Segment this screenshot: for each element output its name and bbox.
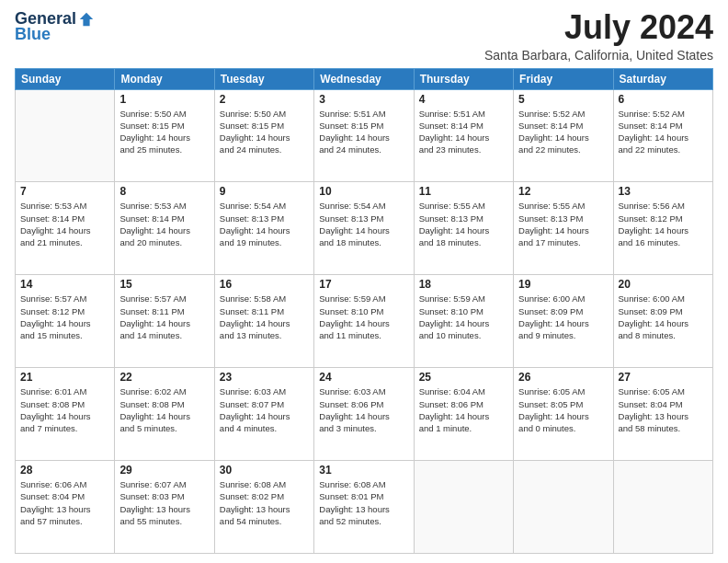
day-info: Sunrise: 5:54 AM Sunset: 8:13 PM Dayligh… — [319, 200, 408, 248]
table-row: 24Sunrise: 6:03 AM Sunset: 8:06 PM Dayli… — [314, 368, 414, 461]
col-friday: Friday — [514, 68, 613, 89]
day-info: Sunrise: 5:59 AM Sunset: 8:10 PM Dayligh… — [319, 293, 408, 341]
location-title: Santa Barbara, California, United States — [484, 48, 713, 63]
table-row: 7Sunrise: 5:53 AM Sunset: 8:14 PM Daylig… — [16, 182, 115, 275]
day-info: Sunrise: 6:01 AM Sunset: 8:08 PM Dayligh… — [20, 385, 109, 434]
day-number: 26 — [518, 371, 608, 384]
table-row: 14Sunrise: 5:57 AM Sunset: 8:12 PM Dayli… — [16, 275, 115, 368]
day-number: 16 — [220, 278, 309, 291]
day-info: Sunrise: 6:03 AM Sunset: 8:06 PM Dayligh… — [319, 385, 408, 434]
table-row — [414, 461, 513, 554]
table-row: 29Sunrise: 6:07 AM Sunset: 8:03 PM Dayli… — [115, 461, 214, 554]
day-number: 2 — [220, 93, 309, 106]
col-wednesday: Wednesday — [314, 68, 414, 89]
calendar-week-row: 21Sunrise: 6:01 AM Sunset: 8:08 PM Dayli… — [16, 368, 713, 461]
day-number: 24 — [319, 371, 408, 384]
col-thursday: Thursday — [414, 68, 513, 89]
day-info: Sunrise: 5:51 AM Sunset: 8:14 PM Dayligh… — [419, 108, 508, 156]
day-number: 7 — [20, 185, 109, 198]
day-number: 5 — [518, 93, 608, 106]
day-info: Sunrise: 6:08 AM Sunset: 8:02 PM Dayligh… — [220, 478, 309, 527]
day-info: Sunrise: 5:59 AM Sunset: 8:10 PM Dayligh… — [419, 293, 508, 341]
logo-blue: Blue — [15, 25, 51, 44]
table-row: 27Sunrise: 6:05 AM Sunset: 8:04 PM Dayli… — [613, 368, 712, 461]
svg-marker-0 — [80, 12, 93, 25]
day-info: Sunrise: 5:50 AM Sunset: 8:15 PM Dayligh… — [220, 108, 309, 156]
calendar-week-row: 7Sunrise: 5:53 AM Sunset: 8:14 PM Daylig… — [16, 182, 713, 275]
day-info: Sunrise: 5:50 AM Sunset: 8:15 PM Dayligh… — [119, 108, 209, 156]
day-number: 1 — [119, 93, 209, 106]
day-info: Sunrise: 6:02 AM Sunset: 8:08 PM Dayligh… — [119, 385, 209, 434]
day-number: 31 — [319, 464, 408, 477]
day-info: Sunrise: 5:51 AM Sunset: 8:15 PM Dayligh… — [319, 108, 408, 156]
day-info: Sunrise: 6:08 AM Sunset: 8:01 PM Dayligh… — [319, 478, 408, 527]
calendar-week-row: 1Sunrise: 5:50 AM Sunset: 8:15 PM Daylig… — [16, 89, 713, 182]
table-row: 25Sunrise: 6:04 AM Sunset: 8:06 PM Dayli… — [414, 368, 513, 461]
table-row: 12Sunrise: 5:55 AM Sunset: 8:13 PM Dayli… — [514, 182, 613, 275]
day-number: 6 — [619, 93, 708, 106]
table-row: 26Sunrise: 6:05 AM Sunset: 8:05 PM Dayli… — [514, 368, 613, 461]
day-info: Sunrise: 5:55 AM Sunset: 8:13 PM Dayligh… — [419, 200, 508, 248]
day-number: 9 — [220, 185, 309, 198]
day-number: 28 — [20, 464, 109, 477]
day-info: Sunrise: 6:06 AM Sunset: 8:04 PM Dayligh… — [20, 478, 109, 527]
day-number: 8 — [119, 185, 209, 198]
day-info: Sunrise: 6:05 AM Sunset: 8:05 PM Dayligh… — [518, 385, 608, 434]
calendar-week-row: 28Sunrise: 6:06 AM Sunset: 8:04 PM Dayli… — [16, 461, 713, 554]
table-row: 31Sunrise: 6:08 AM Sunset: 8:01 PM Dayli… — [314, 461, 414, 554]
day-number: 21 — [20, 371, 109, 384]
day-number: 29 — [119, 464, 209, 477]
month-title: July 2024 — [484, 9, 713, 46]
calendar-week-row: 14Sunrise: 5:57 AM Sunset: 8:12 PM Dayli… — [16, 275, 713, 368]
day-number: 18 — [419, 278, 508, 291]
table-row: 10Sunrise: 5:54 AM Sunset: 8:13 PM Dayli… — [314, 182, 414, 275]
table-row: 3Sunrise: 5:51 AM Sunset: 8:15 PM Daylig… — [314, 89, 414, 182]
day-info: Sunrise: 6:05 AM Sunset: 8:04 PM Dayligh… — [619, 385, 708, 434]
table-row: 28Sunrise: 6:06 AM Sunset: 8:04 PM Dayli… — [16, 461, 115, 554]
day-number: 25 — [419, 371, 508, 384]
day-number: 10 — [319, 185, 408, 198]
table-row — [16, 89, 115, 182]
day-info: Sunrise: 5:57 AM Sunset: 8:12 PM Dayligh… — [20, 293, 109, 341]
col-tuesday: Tuesday — [214, 68, 313, 89]
page-header: General Blue July 2024 Santa Barbara, Ca… — [15, 9, 713, 63]
table-row: 9Sunrise: 5:54 AM Sunset: 8:13 PM Daylig… — [214, 182, 313, 275]
day-info: Sunrise: 5:53 AM Sunset: 8:14 PM Dayligh… — [119, 200, 209, 248]
table-row: 22Sunrise: 6:02 AM Sunset: 8:08 PM Dayli… — [115, 368, 214, 461]
table-row: 5Sunrise: 5:52 AM Sunset: 8:14 PM Daylig… — [514, 89, 613, 182]
day-info: Sunrise: 5:55 AM Sunset: 8:13 PM Dayligh… — [518, 200, 608, 248]
day-number: 14 — [20, 278, 109, 291]
day-number: 20 — [619, 278, 708, 291]
day-info: Sunrise: 5:54 AM Sunset: 8:13 PM Dayligh… — [220, 200, 309, 248]
table-row: 23Sunrise: 6:03 AM Sunset: 8:07 PM Dayli… — [214, 368, 313, 461]
logo-icon — [78, 11, 95, 28]
table-row: 13Sunrise: 5:56 AM Sunset: 8:12 PM Dayli… — [613, 182, 712, 275]
calendar-table: Sunday Monday Tuesday Wednesday Thursday… — [15, 68, 713, 554]
day-number: 13 — [619, 185, 708, 198]
day-number: 12 — [518, 185, 608, 198]
table-row: 19Sunrise: 6:00 AM Sunset: 8:09 PM Dayli… — [514, 275, 613, 368]
day-number: 15 — [119, 278, 209, 291]
table-row: 2Sunrise: 5:50 AM Sunset: 8:15 PM Daylig… — [214, 89, 313, 182]
day-number: 22 — [119, 371, 209, 384]
day-info: Sunrise: 6:03 AM Sunset: 8:07 PM Dayligh… — [220, 385, 309, 434]
day-info: Sunrise: 6:00 AM Sunset: 8:09 PM Dayligh… — [518, 293, 608, 341]
day-info: Sunrise: 5:58 AM Sunset: 8:11 PM Dayligh… — [220, 293, 309, 341]
day-number: 30 — [220, 464, 309, 477]
table-row: 8Sunrise: 5:53 AM Sunset: 8:14 PM Daylig… — [115, 182, 214, 275]
table-row — [514, 461, 613, 554]
table-row: 1Sunrise: 5:50 AM Sunset: 8:15 PM Daylig… — [115, 89, 214, 182]
day-info: Sunrise: 6:07 AM Sunset: 8:03 PM Dayligh… — [119, 478, 209, 527]
day-info: Sunrise: 6:04 AM Sunset: 8:06 PM Dayligh… — [419, 385, 508, 434]
table-row: 21Sunrise: 6:01 AM Sunset: 8:08 PM Dayli… — [16, 368, 115, 461]
table-row: 11Sunrise: 5:55 AM Sunset: 8:13 PM Dayli… — [414, 182, 513, 275]
table-row: 6Sunrise: 5:52 AM Sunset: 8:14 PM Daylig… — [613, 89, 712, 182]
day-number: 4 — [419, 93, 508, 106]
table-row: 20Sunrise: 6:00 AM Sunset: 8:09 PM Dayli… — [613, 275, 712, 368]
title-block: July 2024 Santa Barbara, California, Uni… — [484, 9, 713, 63]
col-saturday: Saturday — [613, 68, 712, 89]
table-row: 30Sunrise: 6:08 AM Sunset: 8:02 PM Dayli… — [214, 461, 313, 554]
day-info: Sunrise: 6:00 AM Sunset: 8:09 PM Dayligh… — [619, 293, 708, 341]
day-info: Sunrise: 5:53 AM Sunset: 8:14 PM Dayligh… — [20, 200, 109, 248]
table-row — [613, 461, 712, 554]
